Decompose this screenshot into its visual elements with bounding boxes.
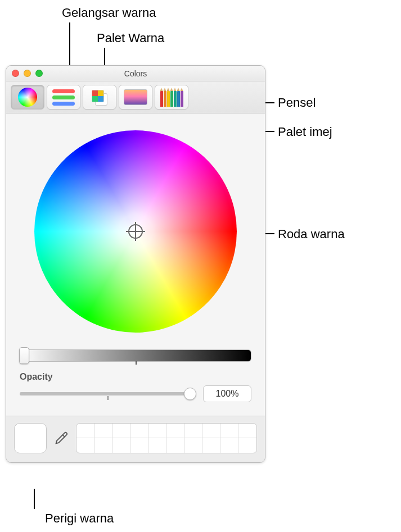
swatch-slot[interactable] [94, 424, 112, 438]
swatch-slot[interactable] [112, 424, 130, 438]
callout-pencils: Pensel [278, 96, 316, 110]
swatch-slot[interactable] [94, 438, 112, 453]
swatch-slot[interactable] [76, 438, 94, 453]
slider-tick [107, 396, 109, 400]
callout-color-palettes: Palet Warna [97, 31, 164, 46]
wheel-cursor[interactable] [128, 224, 143, 239]
window-title: Colors [6, 69, 265, 78]
callout-color-well: Perigi warna [45, 511, 114, 526]
swatch-slot[interactable] [130, 438, 148, 453]
color-wheel-tab[interactable] [11, 85, 44, 110]
brightness-slider[interactable] [20, 349, 251, 362]
eyedropper-icon[interactable] [53, 430, 69, 446]
titlebar: Colors [6, 66, 265, 81]
swatch-slot[interactable] [112, 438, 130, 453]
swatch-slot[interactable] [148, 438, 166, 453]
swatch-slot[interactable] [166, 424, 184, 438]
callout-image-palette: Palet imej [278, 125, 332, 139]
color-sliders-tab[interactable] [47, 85, 80, 110]
swatch-slot[interactable] [238, 438, 256, 453]
color-wheel-icon [18, 88, 37, 107]
callout-color-sliders: Gelangsar warna [62, 6, 156, 20]
opacity-slider[interactable] [20, 392, 195, 395]
slider-tick [136, 361, 137, 365]
color-well[interactable] [14, 423, 47, 453]
swatch-slot[interactable] [148, 424, 166, 438]
palettes-icon [89, 89, 110, 106]
opacity-row [17, 383, 254, 410]
callout-color-wheel: Roda warna [278, 227, 345, 242]
swatch-slot[interactable] [202, 438, 220, 453]
swatch-slot[interactable] [184, 438, 202, 453]
callout-line [34, 489, 35, 509]
opacity-field[interactable] [203, 385, 251, 402]
swatch-grid [76, 423, 257, 453]
pencils-icon [160, 88, 183, 107]
swatch-slot[interactable] [130, 424, 148, 438]
swatch-bar [6, 416, 265, 462]
wheel-container [17, 125, 254, 344]
picker-mode-toolbar [6, 81, 265, 113]
swatch-slot[interactable] [220, 438, 238, 453]
swatch-slot[interactable] [238, 424, 256, 438]
swatch-slot[interactable] [166, 438, 184, 453]
image-palette-tab[interactable] [119, 85, 152, 110]
color-wheel[interactable] [34, 130, 237, 333]
sliders-icon [52, 89, 75, 106]
swatch-slot[interactable] [76, 424, 94, 438]
colors-window: Colors [6, 65, 265, 463]
image-icon [124, 89, 147, 105]
pencils-tab[interactable] [155, 85, 188, 110]
swatch-slot[interactable] [220, 424, 238, 438]
swatch-slot[interactable] [202, 424, 220, 438]
picker-main: Opacity [6, 113, 265, 416]
brightness-knob[interactable] [19, 347, 29, 364]
opacity-label: Opacity [20, 372, 251, 382]
swatch-slot[interactable] [184, 424, 202, 438]
opacity-knob[interactable] [184, 388, 196, 400]
color-palettes-tab[interactable] [83, 85, 116, 110]
